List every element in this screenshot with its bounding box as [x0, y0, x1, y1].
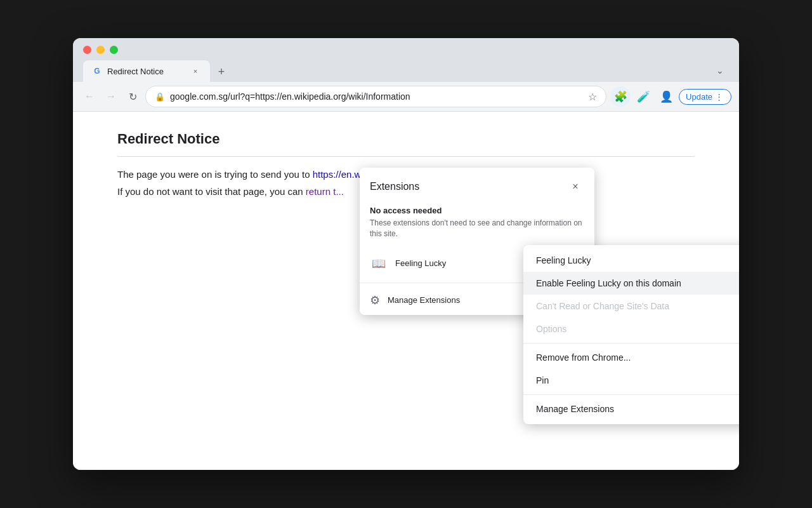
no-access-title: No access needed — [370, 206, 584, 215]
no-access-description: These extensions don't need to see and c… — [370, 218, 584, 239]
tabs-row: G Redirect Notice × + ⌄ — [83, 60, 729, 82]
new-tab-button[interactable]: + — [213, 63, 230, 81]
context-menu-item-remove[interactable]: Remove from Chrome... — [523, 346, 739, 369]
url-text: google.com.sg/url?q=https://en.wikipedia… — [170, 91, 583, 102]
profile-icon: 👤 — [660, 90, 673, 104]
forward-button[interactable]: → — [102, 88, 120, 105]
tab-title: Redirect Notice — [107, 67, 185, 76]
context-menu-item-manage[interactable]: Manage Extensions — [523, 398, 739, 420]
context-menu-item-pin[interactable]: Pin — [523, 369, 739, 392]
tab-favicon: G — [92, 66, 102, 76]
page-link-2[interactable]: return t... — [306, 186, 344, 197]
profile-button[interactable]: 👤 — [656, 86, 676, 107]
extensions-title: Extensions — [370, 181, 419, 192]
context-menu-item-enable-domain[interactable]: Enable Feeling Lucky on this domain — [523, 272, 739, 295]
extensions-icon: 🧩 — [614, 90, 627, 104]
extensions-close-button[interactable]: × — [566, 178, 584, 196]
toolbar-right: 🧩 🧪 👤 Update ⋮ — [610, 86, 731, 107]
context-menu-item-cant-read: Can't Read or Change Site's Data — [523, 295, 739, 318]
context-menu-item-options: Options — [523, 318, 739, 340]
maximize-button[interactable] — [110, 46, 118, 54]
title-bar: G Redirect Notice × + ⌄ — [73, 38, 739, 82]
update-menu-icon: ⋮ — [715, 92, 723, 102]
tab-close-button[interactable]: × — [190, 65, 201, 77]
bookmark-icon[interactable]: ☆ — [588, 91, 597, 103]
manage-extensions-icon: ⚙ — [370, 293, 380, 307]
extension-name: Feeling Lucky — [395, 258, 532, 268]
browser-window: G Redirect Notice × + ⌄ ← → ↻ — [73, 38, 739, 470]
page-content: Redirect Notice The page you were on is … — [73, 112, 739, 470]
tab-list-button[interactable]: ⌄ — [711, 62, 729, 79]
manage-extensions-label: Manage Extensions — [388, 295, 460, 305]
close-button[interactable] — [83, 46, 91, 54]
page-title: Redirect Notice — [117, 131, 695, 157]
back-button[interactable]: ← — [81, 88, 98, 105]
context-menu-divider-1 — [523, 343, 739, 344]
experiments-button[interactable]: 🧪 — [633, 86, 653, 107]
extension-icon: 📖 — [370, 255, 388, 272]
experiments-icon: 🧪 — [637, 90, 650, 104]
extensions-header: Extensions × — [360, 168, 594, 201]
update-button[interactable]: Update ⋮ — [679, 89, 731, 105]
no-access-section: No access needed These extensions don't … — [360, 201, 594, 247]
active-tab[interactable]: G Redirect Notice × — [83, 60, 210, 82]
context-menu-divider-2 — [523, 394, 739, 395]
refresh-button[interactable]: ↻ — [124, 88, 141, 105]
address-bar[interactable]: 🔒 google.com.sg/url?q=https://en.wikiped… — [145, 86, 606, 107]
toolbar: ← → ↻ 🔒 google.com.sg/url?q=https://en.w… — [73, 82, 739, 112]
context-menu: Feeling Lucky Enable Feeling Lucky on th… — [523, 245, 739, 424]
lock-icon: 🔒 — [155, 92, 165, 102]
extensions-button[interactable]: 🧩 — [610, 86, 631, 107]
traffic-lights — [83, 46, 729, 54]
context-menu-item-feeling-lucky[interactable]: Feeling Lucky — [523, 249, 739, 272]
minimize-button[interactable] — [96, 46, 105, 54]
